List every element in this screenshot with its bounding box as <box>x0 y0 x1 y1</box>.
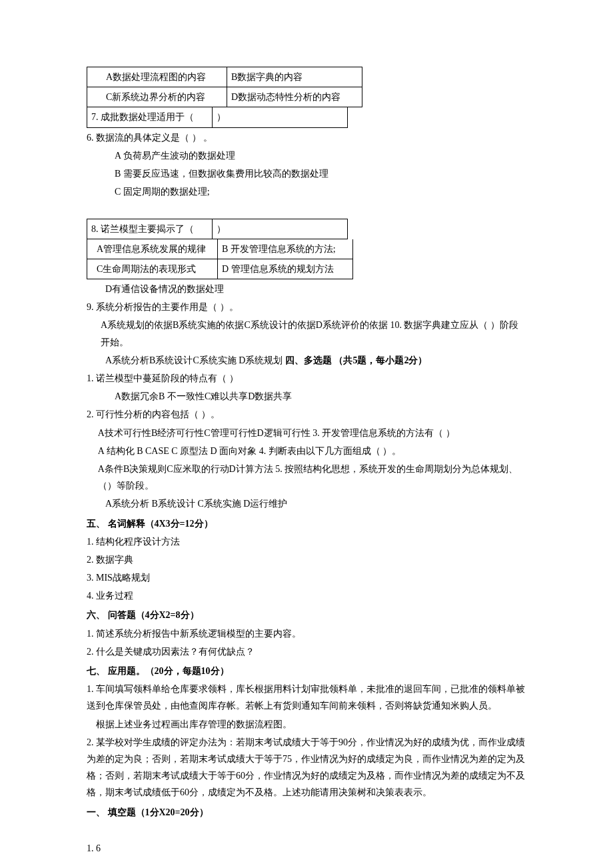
qa-2: 2. 什么是关键成功因素法？有何优缺点？ <box>87 643 526 660</box>
question-9: 9. 系统分析报告的主要作用是（ ）。 <box>87 299 526 315</box>
term-2: 2. 数据字典 <box>87 551 526 568</box>
question-8-close: ） <box>212 219 348 239</box>
mc-q2-q3-line: A技术可行性B经济可行性C管理可行性D逻辑可行性 3. 开发管理信息系统的方法有… <box>87 425 526 441</box>
section-7-head: 七、 应用题。（20分，每题10分） <box>87 663 526 679</box>
q6-opt-a: A 负荷易产生波动的数据处理 <box>87 147 526 164</box>
question-7: 7. 成批数据处理适用于（ <box>87 107 212 127</box>
mc-q5-opts: A系统分析 B系统设计 C系统实施 D运行维护 <box>87 495 526 512</box>
table-options-1: A数据处理流程图的内容 B数据字典的内容 C新系统边界分析的内容 D数据动态特性… <box>87 67 526 128</box>
term-1: 1. 结构化程序设计方法 <box>87 533 526 550</box>
answer-1: 1. 6 <box>87 840 526 857</box>
mc-q4-q5-line: A条件B决策规则C应米取的行动D计算方法 5. 按照结构化思想，系统开发的生命周… <box>87 461 526 494</box>
q8-opt-c: C生命周期法的表现形式 <box>87 259 217 279</box>
q8-opt-b: B 开发管理信息系统的方法; <box>217 239 353 259</box>
app-q2: 2. 某学校对学生成绩的评定办法为：若期末考试成绩大于等于90分，作业情况为好的… <box>87 734 526 801</box>
mc-q2: 2. 可行性分析的内容包括（ ）。 <box>87 406 526 423</box>
mc-q1: 1. 诺兰模型中蔓延阶段的特点有（ ） <box>87 370 526 387</box>
question-6: 6. 数据流的具体定义是（ ） 。 <box>87 129 526 146</box>
answer-section-head: 一、 填空题（1分X20=20分） <box>87 804 526 821</box>
opt-d-extra: D有通信设备情况的数据处理 <box>87 281 526 297</box>
section-6-head: 六、 问答题（4分X2=8分） <box>87 607 526 623</box>
q8-opt-a: A管理信息系统发展的规律 <box>87 239 217 259</box>
section-4-head: 四、多选题 （共5题，每小题2分） <box>285 355 428 365</box>
q6-opt-c: C 固定周期的数据处理; <box>87 183 526 200</box>
term-3: 3. MIS战略规划 <box>87 569 526 586</box>
table-question-8: 8. 诺兰模型主要揭示了（ ） A管理信息系统发展的规律 B 开发管理信息系统的… <box>87 219 526 280</box>
question-7-close: ） <box>212 107 348 127</box>
app-q1-l1: 1. 车间填写领料单给仓库要求领料，库长根据用料计划审批领料单，未批准的退回车间… <box>87 681 526 714</box>
opt-b: B数据字典的内容 <box>227 67 362 87</box>
qa-1: 1. 简述系统分析报告中新系统逻辑模型的主要内容。 <box>87 625 526 642</box>
opt-c: C新系统边界分析的内容 <box>87 87 227 107</box>
question-8: 8. 诺兰模型主要揭示了（ <box>87 219 212 239</box>
section-5-head: 五、 名词解释（4X3分=12分） <box>87 515 526 532</box>
q10-options: A系统分析B系统设计C系统实施 D系统规划 <box>105 355 283 365</box>
mc-q1-opts: A数据冗余B 不一致性C难以共享D数据共享 <box>87 388 526 405</box>
q6-opt-b: B 需要反应迅速，但数据收集费用比较高的数据处理 <box>87 165 526 182</box>
q10-opts-sec4: A系统分析B系统设计C系统实施 D系统规划 四、多选题 （共5题，每小题2分） <box>87 352 526 369</box>
mc-q3-q4-line: A 结构化 B CASE C 原型法 D 面向对象 4. 判断表由以下几方面组成… <box>87 443 526 459</box>
opt-a: A数据处理流程图的内容 <box>87 67 227 87</box>
q9-q10-line: A系统规划的依据B系统实施的依据C系统设计的依据D系统评价的依据 10. 数据字… <box>87 317 526 350</box>
q8-opt-d: D 管理信息系统的规划方法 <box>217 259 353 279</box>
opt-d: D数据动态特性分析的内容 <box>227 87 362 107</box>
app-q1-l2: 根据上述业务过程画出库存管理的数据流程图。 <box>87 716 526 733</box>
term-4: 4. 业务过程 <box>87 587 526 604</box>
